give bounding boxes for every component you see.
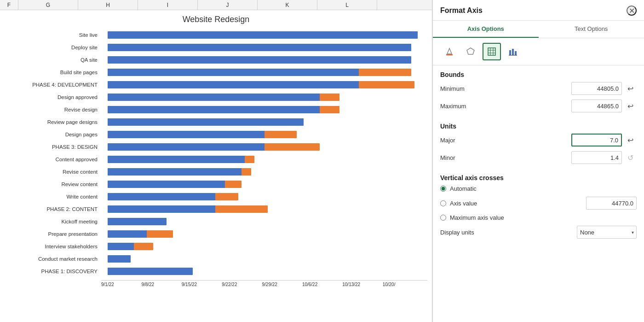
tab-axis-options[interactable]: Axis Options <box>433 21 539 38</box>
gantt-row: PHASE 2: CONTENT <box>5 203 427 215</box>
units-title: Units <box>440 117 637 134</box>
bar-chart-icon-button[interactable] <box>504 43 522 60</box>
minimum-input[interactable] <box>571 82 622 95</box>
gantt-bar-orange <box>134 243 154 250</box>
gantt-row-label: Design approved <box>5 94 101 100</box>
gantt-row: Conduct market research <box>5 253 427 265</box>
radio-maxaxisvalue-row: Maximum axis value <box>440 214 637 221</box>
gantt-row: Deploy site <box>5 41 427 53</box>
gantt-bar-area <box>101 166 427 178</box>
gantt-bar-blue <box>108 168 248 176</box>
axis-value-input[interactable] <box>586 197 637 210</box>
radio-automatic[interactable] <box>440 186 446 192</box>
chart-container[interactable]: Website Redesign Site liveDeploy siteQA … <box>0 10 432 322</box>
gantt-bar-orange <box>215 205 267 213</box>
gantt-row-label: Content approved <box>5 157 101 162</box>
radio-axis-value[interactable] <box>440 200 446 206</box>
col-header-k: K <box>258 0 317 10</box>
gantt-bar-blue <box>108 81 365 88</box>
col-header-f: F <box>0 0 18 10</box>
svg-marker-2 <box>467 48 474 54</box>
minimum-reset-button[interactable]: ↩ <box>624 82 637 95</box>
gantt-row: Revise design <box>5 104 427 116</box>
gantt-row-label: PHASE 3: DESIGN <box>5 144 101 150</box>
gantt-bar-blue <box>108 118 303 126</box>
radio-axisvalue-row: Axis value <box>440 197 637 210</box>
gantt-bar-area <box>101 191 427 203</box>
display-units-label: Display units <box>440 229 577 236</box>
gantt-bar-orange <box>264 131 297 138</box>
gantt-row-label: Revise content <box>5 169 101 175</box>
maximum-input[interactable] <box>571 100 622 112</box>
gantt-bar-area <box>101 79 427 91</box>
minor-input[interactable] <box>571 151 622 164</box>
gantt-bar-area <box>101 141 427 153</box>
svg-rect-9 <box>512 49 514 55</box>
gantt-row: Review page designs <box>5 116 427 128</box>
tab-text-options[interactable]: Text Options <box>539 21 644 38</box>
gantt-row-label: Site live <box>5 32 101 38</box>
gantt-row: Write content <box>5 191 427 203</box>
col-headers: F G H I J K L <box>0 0 432 10</box>
col-header-h: H <box>78 0 138 10</box>
gantt-bar-area <box>101 240 427 252</box>
chart-area: F G H I J K L Website Redesign Site live… <box>0 0 432 322</box>
gantt-row: Kickoff meeting <box>5 216 427 228</box>
size-icon <box>487 47 497 57</box>
gantt-bar-blue <box>108 44 411 51</box>
minor-reset-button[interactable]: ↺ <box>624 151 637 164</box>
major-reset-button[interactable]: ↩ <box>624 134 637 146</box>
gantt-bar-area <box>101 41 427 53</box>
x-label-3: 9/22/22 <box>222 281 262 287</box>
gantt-bar-blue <box>108 193 222 200</box>
major-input[interactable] <box>571 134 622 146</box>
svg-rect-8 <box>509 50 511 55</box>
panel-header: Format Axis ✕ <box>433 0 644 21</box>
maximum-reset-button[interactable]: ↩ <box>624 100 637 112</box>
panel-title: Format Axis <box>440 6 483 15</box>
minor-row: Minor ↺ <box>440 151 637 164</box>
fill-icon-button[interactable] <box>440 43 459 60</box>
shape-icon <box>466 47 476 57</box>
gantt-bar-area <box>101 66 427 78</box>
gantt-bar-blue <box>108 143 271 151</box>
chart-title: Website Redesign <box>0 15 432 24</box>
radio-max-axis-value[interactable] <box>440 215 446 221</box>
display-units-select[interactable]: None <box>577 226 637 239</box>
bar-chart-icon <box>508 47 518 57</box>
gantt-row-label: Review content <box>5 181 101 187</box>
x-label-4: 9/29/22 <box>262 281 302 287</box>
gantt-row-label: Design pages <box>5 132 101 137</box>
gantt-row: Revise content <box>5 166 427 178</box>
gantt-bar-area <box>101 54 427 66</box>
maximum-row: Maximum ↩ <box>440 100 637 112</box>
gantt-row: PHASE 4: DEVELOPMENT <box>5 79 427 91</box>
minimum-row: Minimum ↩ <box>440 82 637 95</box>
x-label-1: 9/8/22 <box>141 281 181 287</box>
size-icon-button[interactable] <box>483 43 501 60</box>
x-label-7: 10/20/ <box>383 281 423 287</box>
gantt-bar-blue <box>108 56 411 64</box>
gantt-row-label: Deploy site <box>5 45 101 50</box>
gantt-chart: Site liveDeploy siteQA siteBuild site pa… <box>0 29 432 287</box>
major-row: Major ↩ <box>440 134 637 146</box>
radio-automatic-row: Automatic <box>440 185 637 192</box>
gantt-bar-orange <box>359 81 414 88</box>
gantt-bar-orange <box>242 168 251 176</box>
section-content: Bounds Minimum ↩ Maximum ↩ Units Major ↩… <box>433 65 644 251</box>
gantt-row-label: Review page designs <box>5 119 101 125</box>
col-header-j: J <box>198 0 258 10</box>
gantt-bar-orange <box>264 143 320 151</box>
format-panel: Format Axis ✕ Axis Options Text Options <box>432 0 644 322</box>
gantt-row: Content approved <box>5 153 427 165</box>
gantt-bar-blue <box>108 205 222 213</box>
gantt-bar-area <box>101 153 427 165</box>
gantt-row: Design pages <box>5 129 427 141</box>
gantt-row: Site live <box>5 29 427 41</box>
gantt-row: Design approved <box>5 91 427 103</box>
close-button[interactable]: ✕ <box>627 6 637 16</box>
gantt-row: PHASE 3: DESIGN <box>5 141 427 153</box>
gantt-bar-area <box>101 203 427 215</box>
gantt-row-label: PHASE 4: DEVELOPMENT <box>5 82 101 88</box>
shape-icon-button[interactable] <box>461 43 480 60</box>
